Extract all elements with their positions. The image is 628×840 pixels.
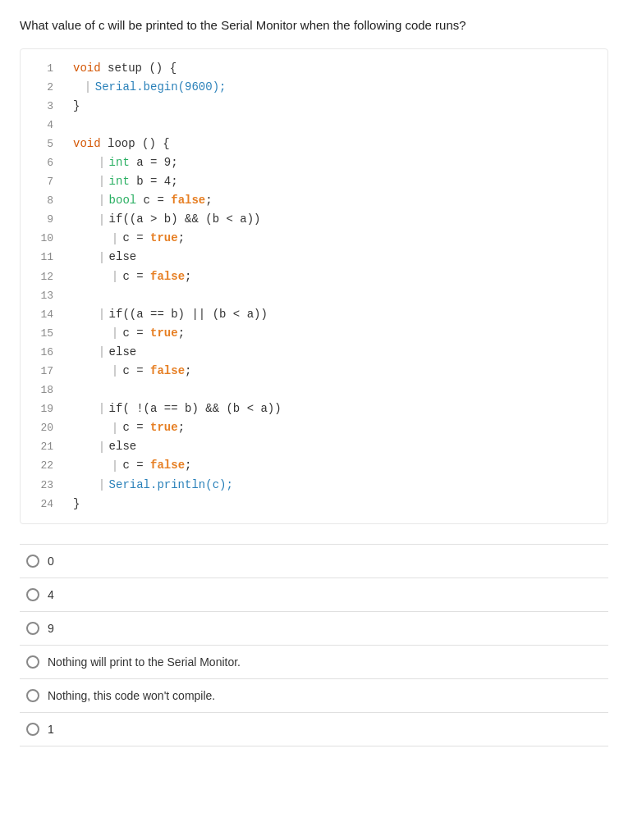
code-content-18: [73, 381, 80, 399]
option-9-label: 9: [48, 622, 54, 635]
code-content-16: else: [73, 343, 136, 362]
line-num-11: 11: [27, 249, 53, 266]
code-line-5: 5 void loop () {: [21, 135, 607, 153]
question-text: What value of c will be printed to the S…: [20, 16, 608, 35]
line-num-2: 2: [27, 79, 53, 96]
option-0[interactable]: 0: [20, 544, 608, 578]
code-content-3: }: [73, 97, 80, 116]
code-line-14: 14 if((a == b) || (b < a)): [21, 305, 607, 324]
line-num-18: 18: [27, 381, 53, 399]
code-content-8: bool c = false;: [73, 191, 213, 210]
code-line-7: 7 int b = 4;: [21, 172, 607, 191]
line-num-19: 19: [27, 400, 53, 418]
option-1[interactable]: 1: [20, 713, 608, 746]
code-content-21: else: [73, 437, 136, 456]
code-content-5: void loop () {: [73, 135, 170, 153]
code-line-20: 20 c = true;: [21, 418, 607, 437]
code-line-8: 8 bool c = false;: [21, 191, 607, 210]
option-nothing-print-label: Nothing will print to the Serial Monitor…: [48, 655, 241, 669]
line-num-17: 17: [27, 363, 53, 380]
options-container: 0 4 9 Nothing will print to the Serial M…: [20, 544, 608, 746]
option-4-label: 4: [48, 588, 54, 601]
code-line-2: 2 Serial.begin(9600);: [21, 78, 607, 97]
line-num-4: 4: [27, 116, 53, 134]
code-line-1: 1 void setup () {: [21, 59, 607, 78]
line-num-12: 12: [27, 268, 53, 285]
code-line-22: 22 c = false;: [21, 456, 607, 475]
line-num-9: 9: [27, 211, 53, 228]
line-num-24: 24: [27, 495, 53, 513]
radio-4[interactable]: [26, 588, 39, 601]
radio-1[interactable]: [26, 723, 39, 736]
line-num-8: 8: [27, 192, 53, 209]
code-line-13: 13: [21, 286, 607, 305]
code-block: 1 void setup () { 2 Serial.begin(9600); …: [20, 48, 608, 524]
code-line-4: 4: [21, 116, 607, 135]
code-content-1: void setup () {: [73, 59, 176, 78]
option-nothing-compile[interactable]: Nothing, this code won't compile.: [20, 679, 608, 713]
radio-nothing-compile[interactable]: [26, 689, 39, 702]
code-content-4: [73, 116, 80, 135]
code-content-9: if((a > b) && (b < a)): [73, 210, 260, 229]
code-line-23: 23 Serial.println(c);: [21, 476, 607, 495]
code-line-12: 12 c = false;: [21, 267, 607, 286]
code-content-13: [73, 286, 80, 305]
line-num-21: 21: [27, 438, 53, 455]
code-line-17: 17 c = false;: [21, 362, 607, 381]
code-content-14: if((a == b) || (b < a)): [73, 305, 268, 324]
code-content-24: }: [73, 495, 80, 514]
option-4[interactable]: 4: [20, 578, 608, 612]
code-content-12: c = false;: [73, 267, 191, 286]
line-num-5: 5: [27, 135, 53, 153]
code-line-3: 3 }: [21, 97, 607, 116]
line-num-22: 22: [27, 457, 53, 474]
code-line-24: 24 }: [21, 495, 607, 514]
option-nothing-print[interactable]: Nothing will print to the Serial Monitor…: [20, 646, 608, 679]
line-num-1: 1: [27, 60, 53, 77]
code-content-6: int a = 9;: [73, 153, 178, 172]
line-num-10: 10: [27, 230, 53, 247]
line-num-13: 13: [27, 287, 53, 304]
code-content-11: else: [73, 248, 136, 267]
line-num-20: 20: [27, 419, 53, 436]
code-content-15: c = true;: [73, 324, 185, 343]
code-line-11: 11 else: [21, 248, 607, 267]
line-num-16: 16: [27, 344, 53, 361]
code-line-10: 10 c = true;: [21, 229, 607, 248]
code-line-21: 21 else: [21, 437, 607, 456]
line-num-6: 6: [27, 154, 53, 171]
code-content-23: Serial.println(c);: [73, 476, 233, 495]
code-line-19: 19 if( !(a == b) && (b < a)): [21, 399, 607, 418]
code-line-16: 16 else: [21, 343, 607, 362]
code-content-7: int b = 4;: [73, 172, 178, 191]
code-content-2: Serial.begin(9600);: [73, 78, 226, 97]
option-9[interactable]: 9: [20, 612, 608, 646]
code-line-9: 9 if((a > b) && (b < a)): [21, 210, 607, 229]
code-content-17: c = false;: [73, 362, 191, 381]
option-1-label: 1: [48, 723, 54, 736]
line-num-14: 14: [27, 306, 53, 323]
code-line-15: 15 c = true;: [21, 324, 607, 343]
radio-9[interactable]: [26, 622, 39, 635]
code-content-19: if( !(a == b) && (b < a)): [73, 399, 282, 418]
line-num-23: 23: [27, 477, 53, 494]
radio-nothing-print[interactable]: [26, 655, 39, 669]
radio-0[interactable]: [26, 555, 39, 568]
code-content-20: c = true;: [73, 418, 185, 437]
code-content-10: c = true;: [73, 229, 185, 248]
line-num-15: 15: [27, 325, 53, 342]
code-content-22: c = false;: [73, 456, 191, 475]
code-line-18: 18: [21, 381, 607, 399]
option-nothing-compile-label: Nothing, this code won't compile.: [48, 689, 215, 702]
code-line-6: 6 int a = 9;: [21, 153, 607, 172]
line-num-3: 3: [27, 98, 53, 115]
option-0-label: 0: [48, 555, 54, 568]
line-num-7: 7: [27, 173, 53, 190]
